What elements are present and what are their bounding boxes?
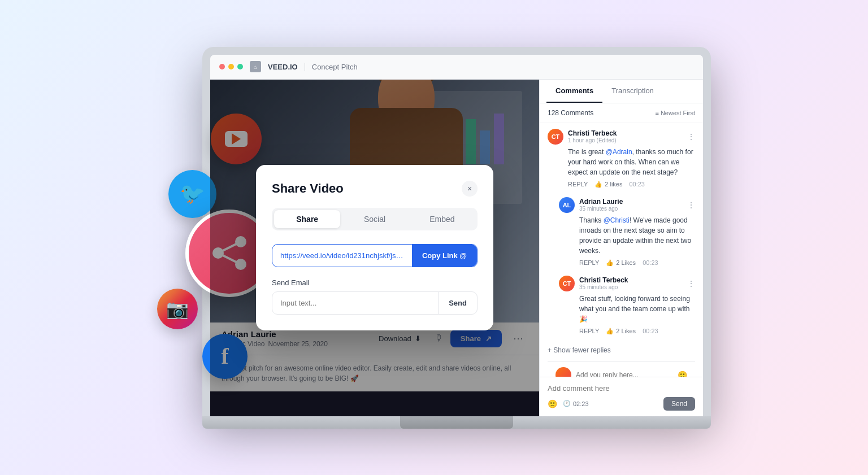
page-title: Concept Pitch: [312, 63, 358, 71]
add-comment-area: 🙂 🕐 02:23 Send: [540, 377, 703, 416]
comment-2-timestamp: 00:23: [643, 259, 658, 266]
comments-list: CT Christi Terbeck 1 hour ago (Edited) ⋮: [540, 123, 703, 377]
like-2-button[interactable]: 👍 2 Likes: [606, 259, 636, 267]
avatar-christi-1: CT: [548, 129, 563, 145]
add-comment-input[interactable]: [548, 384, 695, 393]
comment-item: CT Christi Terbeck 1 hour ago (Edited) ⋮: [548, 129, 695, 188]
laptop: ⌂ VEED.IO Concept Pitch: [202, 47, 711, 429]
main-area: our proposal is Adrian Laurie Public Vid…: [210, 80, 703, 416]
emoji-icon[interactable]: 🙂: [678, 371, 687, 377]
comments-tabs: Comments Transcription: [540, 80, 703, 103]
comment-1-name: Christi Terbeck: [568, 129, 617, 137]
comment-3-time: 35 minutes ago: [579, 284, 628, 290]
reply-input[interactable]: [576, 371, 673, 377]
comment-1-actions: REPLY 👍 2 likes 00:23: [568, 181, 695, 188]
browser-chrome: ⌂ VEED.IO Concept Pitch: [210, 55, 703, 80]
copy-link-button[interactable]: Copy Link @: [412, 245, 477, 267]
comments-count: 128 Comments: [548, 109, 593, 117]
comment-1-time: 1 hour ago (Edited): [568, 137, 617, 143]
mention-christi: @Christi: [604, 216, 630, 224]
maximize-dot: [237, 64, 243, 69]
email-input[interactable]: [272, 292, 438, 314]
tab-transcription[interactable]: Transcription: [602, 80, 663, 103]
url-copy-row: https://veed.io/video/id231nchjskf/jswbm…: [272, 244, 478, 267]
reply-3-button[interactable]: REPLY: [579, 328, 599, 334]
mention-adrain: @Adrain: [606, 148, 632, 156]
show-fewer-link[interactable]: + Show fewer replies: [548, 344, 695, 361]
comment-2-header: AL Adrian Laurie 35 minutes ago ⋮: [559, 197, 695, 213]
timestamp-indicator: 🕐 02:23: [563, 400, 589, 407]
comment-2-text: Thanks @Christi! We've made good inroads…: [579, 215, 695, 256]
reply-2-button[interactable]: REPLY: [579, 259, 599, 266]
comment-2-name: Adrian Laurie: [579, 198, 623, 206]
comment-1-name-time: Christi Terbeck 1 hour ago (Edited): [568, 129, 617, 143]
twitter-logo: 🐦: [180, 182, 205, 206]
send-email-section: Send Email Send: [272, 278, 478, 315]
comment-2-name-time: Adrian Laurie 35 minutes ago: [579, 198, 623, 212]
comment-3-name-time: Christi Terbeck 35 minutes ago: [579, 276, 628, 290]
reply-1-button[interactable]: REPLY: [568, 181, 588, 188]
tab-embed[interactable]: Embed: [409, 210, 475, 228]
clock-icon: 🕐: [563, 400, 571, 407]
comment-1-text: The is great @Adrain, thanks so much for…: [568, 147, 695, 177]
like-1-button[interactable]: 👍 2 likes: [594, 181, 622, 188]
comment-2-time: 35 minutes ago: [579, 206, 623, 212]
tab-social[interactable]: Social: [341, 210, 407, 228]
tab-share[interactable]: Share: [274, 210, 340, 228]
comment-3-more[interactable]: ⋮: [687, 279, 695, 288]
comment-3-text: Great stuff, looking forward to seeing w…: [579, 294, 695, 324]
minimize-dot: [228, 64, 234, 69]
avatar-christi-2: CT: [559, 276, 575, 291]
comments-section: Comments Transcription 128 Comments ≡ Ne…: [539, 80, 703, 416]
like-2-count: 2 Likes: [616, 259, 636, 266]
comment-2-actions: REPLY 👍 2 Likes 00:23: [579, 259, 695, 267]
comment-item: CT Christi Terbeck 35 minutes ago ⋮: [559, 276, 695, 335]
instagram-icon: 📷: [157, 289, 198, 329]
reply-input-area: 🙂: [548, 361, 695, 377]
share-modal: Share Video × Share Social Embed https:/: [256, 165, 493, 330]
video-url[interactable]: https://veed.io/video/id231nchjskf/jswbm…: [272, 245, 412, 267]
comment-1-author-info: CT Christi Terbeck 1 hour ago (Edited): [548, 129, 617, 145]
comment-1-more[interactable]: ⋮: [687, 132, 695, 141]
home-icon[interactable]: ⌂: [250, 61, 261, 72]
laptop-screen: ⌂ VEED.IO Concept Pitch: [210, 55, 703, 416]
video-section: our proposal is Adrian Laurie Public Vid…: [210, 80, 539, 416]
send-email-label: Send Email: [272, 278, 478, 287]
comment-3-author-info: CT Christi Terbeck 35 minutes ago: [559, 276, 628, 291]
laptop-body: ⌂ VEED.IO Concept Pitch: [202, 47, 711, 416]
laptop-base: [202, 416, 711, 429]
comment-1-timestamp: 00:23: [629, 181, 645, 188]
close-dot: [219, 64, 225, 69]
browser-window-controls: [219, 64, 243, 69]
comment-3-timestamp: 00:23: [643, 328, 658, 334]
emoji-tool-icon[interactable]: 🙂: [548, 399, 557, 408]
scene: 🐦 📷 f: [123, 23, 745, 452]
share-modal-overlay: Share Video × Share Social Embed https:/: [210, 80, 539, 416]
tab-comments[interactable]: Comments: [546, 80, 602, 103]
modal-title: Share Video: [272, 181, 344, 196]
like-3-count: 2 Likes: [616, 328, 636, 334]
send-email-row: Send: [272, 291, 478, 315]
like-3-button[interactable]: 👍 2 Likes: [606, 328, 636, 335]
send-email-button[interactable]: Send: [438, 292, 477, 314]
add-comment-tools: 🙂 🕐 02:23: [548, 399, 589, 408]
comment-3-name: Christi Terbeck: [579, 276, 628, 284]
comment-1-header: CT Christi Terbeck 1 hour ago (Edited) ⋮: [548, 129, 695, 145]
reply-avatar: [555, 367, 571, 377]
avatar-adrian: AL: [559, 197, 575, 213]
comments-header: 128 Comments ≡ Newest First: [540, 103, 703, 123]
comment-2-more[interactable]: ⋮: [687, 201, 695, 210]
modal-header: Share Video ×: [272, 181, 478, 197]
twitter-icon: 🐦: [168, 170, 216, 218]
comments-sort[interactable]: ≡ Newest First: [655, 110, 695, 116]
comment-2-author-info: AL Adrian Laurie 35 minutes ago: [559, 197, 623, 213]
add-comment-footer: 🙂 🕐 02:23 Send: [548, 397, 695, 411]
comment-item: AL Adrian Laurie 35 minutes ago ⋮: [559, 197, 695, 267]
brand-name: VEED.IO: [268, 63, 305, 71]
instagram-logo: 📷: [166, 298, 189, 320]
comment-3-actions: REPLY 👍 2 Likes 00:23: [579, 328, 695, 335]
comment-3-header: CT Christi Terbeck 35 minutes ago ⋮: [559, 276, 695, 291]
modal-tabs: Share Social Embed: [272, 208, 478, 230]
send-comment-button[interactable]: Send: [663, 397, 695, 411]
modal-close-button[interactable]: ×: [462, 181, 478, 197]
